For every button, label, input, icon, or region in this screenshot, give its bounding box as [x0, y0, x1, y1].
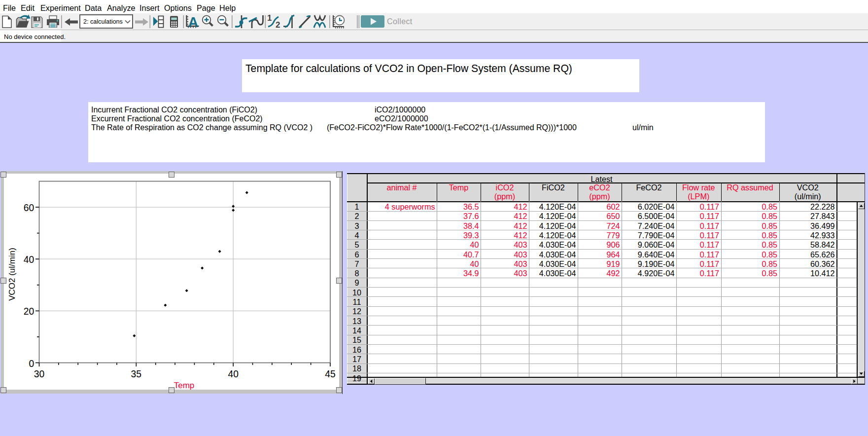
svg-text:1: 1 — [267, 13, 272, 23]
svg-text:2: 2 — [276, 20, 280, 30]
svg-text:A: A — [188, 14, 199, 30]
